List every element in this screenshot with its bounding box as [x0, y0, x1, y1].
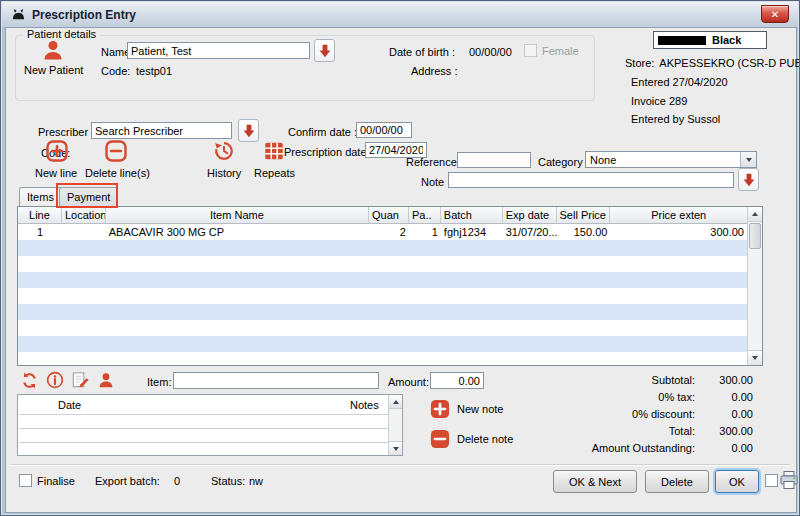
delete-button[interactable]: Delete — [645, 470, 709, 493]
note-row-divider — [19, 428, 388, 429]
outstanding-value: 0.00 — [695, 442, 753, 454]
cell-sell-price: 150.00 — [557, 224, 611, 240]
down-arrow-icon — [243, 124, 255, 138]
finalise-label: Finalise — [37, 475, 75, 487]
name-label: Name — [101, 46, 130, 58]
item-input[interactable] — [173, 372, 379, 389]
plus-icon — [430, 399, 450, 419]
tax-line: 0% tax:0.00 — [658, 391, 753, 403]
window-title: Prescription Entry — [32, 8, 136, 22]
color-swatch — [658, 36, 706, 45]
scroll-up-button[interactable] — [748, 207, 762, 222]
new-patient-button[interactable] — [41, 37, 65, 62]
print-checkbox[interactable] — [765, 474, 778, 487]
history-label: History — [207, 167, 241, 179]
dob-label: Date of birth : — [389, 46, 455, 58]
discount-value: 0.00 — [695, 408, 753, 420]
ok-button[interactable]: OK — [715, 470, 759, 493]
repeats-grid-icon — [263, 140, 285, 162]
refresh-arrows-icon — [20, 371, 39, 390]
col-location[interactable]: Location — [62, 207, 106, 223]
table-row-empty[interactable] — [18, 352, 747, 365]
table-row-empty[interactable] — [18, 304, 747, 320]
table-row-empty[interactable] — [18, 240, 747, 256]
col-batch[interactable]: Batch — [441, 207, 503, 223]
invoice-number: Invoice 289 — [631, 95, 687, 107]
history-button[interactable] — [213, 140, 235, 162]
col-exp-date[interactable]: Exp date — [503, 207, 557, 223]
note-label: Note — [421, 176, 444, 188]
patient-color-box[interactable]: Black — [653, 31, 767, 49]
store-line: Store: AKPESSEKRO (CSR-D PUBLIC) — [625, 57, 800, 69]
close-button[interactable]: ✕ — [761, 5, 789, 23]
patient-name-input[interactable] — [127, 42, 310, 59]
scroll-thumb[interactable] — [749, 223, 761, 249]
repeats-button[interactable] — [263, 140, 285, 162]
cell-quan: 2 — [369, 224, 409, 240]
female-label: Female — [542, 45, 579, 57]
notes-scroll-down-button[interactable] — [389, 441, 402, 455]
chevron-down-icon — [746, 158, 752, 162]
delete-note-button[interactable] — [430, 429, 450, 449]
new-line-button[interactable] — [46, 140, 68, 162]
table-row-empty[interactable] — [18, 320, 747, 336]
col-line[interactable]: Line — [18, 207, 62, 223]
items-table-header: Line Location Item Name Quan Pa.. Batch … — [18, 207, 747, 224]
category-label: Category — [538, 156, 583, 168]
confirm-date-input[interactable] — [356, 122, 412, 138]
printer-icon — [779, 470, 799, 490]
color-name: Black — [712, 34, 741, 46]
export-batch-label: Export batch: — [95, 475, 160, 487]
dropdown-button[interactable] — [740, 152, 756, 167]
edit-note-button[interactable] — [70, 370, 90, 390]
table-row-empty[interactable] — [18, 288, 747, 304]
patient-code-value: testp01 — [136, 65, 172, 77]
prescription-date-label: Prescription date — [284, 146, 367, 158]
note-expand-button[interactable] — [738, 168, 759, 191]
tax-value: 0.00 — [695, 391, 753, 403]
reference-input[interactable] — [457, 152, 531, 168]
table-row-empty[interactable] — [18, 336, 747, 352]
notes-scrollbar[interactable] — [388, 395, 402, 455]
patient-lookup-button[interactable] — [314, 39, 335, 62]
note-input[interactable] — [448, 172, 734, 188]
amount-input[interactable] — [430, 372, 484, 389]
female-checkbox — [524, 44, 537, 57]
notes-scroll-up-button[interactable] — [389, 395, 402, 409]
scroll-down-button[interactable] — [748, 350, 762, 365]
item-info-button[interactable] — [45, 370, 65, 390]
outstanding-line: Amount Outstanding:0.00 — [592, 442, 753, 454]
entered-date: Entered 27/04/2020 — [631, 76, 728, 88]
status-value: nw — [249, 475, 263, 487]
ok-next-button[interactable]: OK & Next — [553, 470, 637, 493]
new-note-button[interactable] — [430, 399, 450, 419]
col-sell-price[interactable]: Sell Price — [557, 207, 611, 223]
table-row-empty[interactable] — [18, 272, 747, 288]
reorder-lines-button[interactable] — [19, 370, 39, 390]
amount-label: Amount: — [388, 376, 429, 388]
patient-details-button[interactable] — [96, 370, 116, 390]
prescriber-lookup-button[interactable] — [238, 119, 259, 142]
col-quan[interactable]: Quan — [369, 207, 409, 223]
new-line-label: New line — [35, 167, 77, 179]
table-row-empty[interactable] — [18, 256, 747, 272]
col-pack[interactable]: Pa.. — [409, 207, 441, 223]
status-label: Status: — [211, 475, 245, 487]
prescriber-search-input[interactable] — [91, 122, 232, 139]
col-item-name[interactable]: Item Name — [106, 207, 369, 223]
title-bar[interactable]: Prescription Entry — [2, 2, 798, 27]
delete-lines-button[interactable] — [105, 140, 127, 162]
notes-notes-header: Notes — [350, 399, 379, 411]
item-label: Item: — [147, 376, 171, 388]
print-button[interactable] — [779, 470, 799, 490]
finalise-checkbox[interactable] — [19, 474, 32, 487]
person-icon — [41, 38, 65, 62]
table-row[interactable]: 1 ABACAVIR 300 MG CP 2 1 fghj1234 31/07/… — [18, 224, 747, 240]
tax-label: 0% tax: — [658, 391, 695, 403]
cell-item-name: ABACAVIR 300 MG CP — [106, 224, 369, 240]
confirm-date-label: Confirm date : — [288, 126, 357, 138]
footer-divider — [11, 464, 791, 466]
items-table-scrollbar[interactable] — [747, 207, 762, 365]
category-select[interactable]: None — [585, 151, 757, 168]
col-price-exten[interactable]: Price exten — [610, 207, 747, 223]
